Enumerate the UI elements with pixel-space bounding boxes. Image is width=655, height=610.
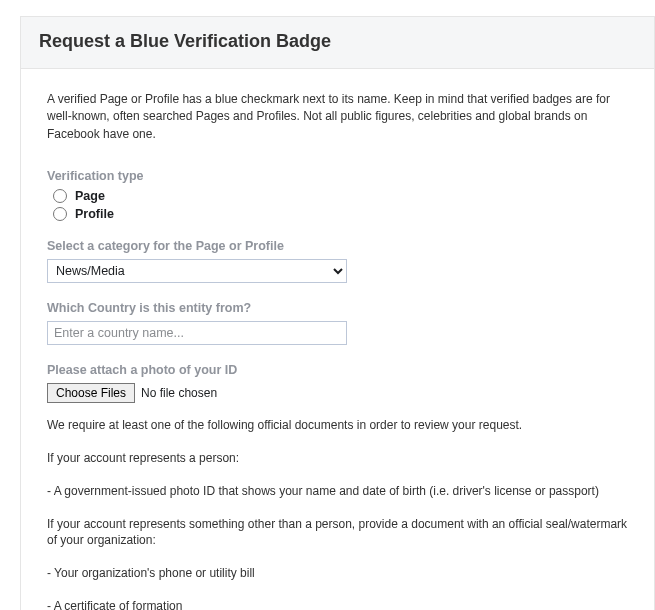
intro-text: A verified Page or Profile has a blue ch… <box>47 91 628 143</box>
country-group: Which Country is this entity from? <box>47 301 628 345</box>
docs-intro: We require at least one of the following… <box>47 417 628 434</box>
docs-org-heading: If your account represents something oth… <box>47 516 628 550</box>
country-label: Which Country is this entity from? <box>47 301 628 315</box>
id-upload-group: Please attach a photo of your ID Choose … <box>47 363 628 403</box>
verification-type-page-label[interactable]: Page <box>75 189 105 203</box>
docs-person-heading: If your account represents a person: <box>47 450 628 467</box>
verification-type-page-radio[interactable] <box>53 189 67 203</box>
file-status-text: No file chosen <box>141 386 217 400</box>
choose-files-button[interactable]: Choose Files <box>47 383 135 403</box>
category-group: Select a category for the Page or Profil… <box>47 239 628 283</box>
verification-type-label: Verification type <box>47 169 628 183</box>
id-upload-label: Please attach a photo of your ID <box>47 363 628 377</box>
docs-org-item-2: - A certificate of formation <box>47 598 628 610</box>
category-select[interactable]: News/Media <box>47 259 347 283</box>
docs-org-item-1: - Your organization's phone or utility b… <box>47 565 628 582</box>
docs-person-item: - A government-issued photo ID that show… <box>47 483 628 500</box>
card-header: Request a Blue Verification Badge <box>21 17 654 69</box>
country-input[interactable] <box>47 321 347 345</box>
verification-type-profile-label[interactable]: Profile <box>75 207 114 221</box>
verification-type-group: Verification type Page Profile <box>47 169 628 221</box>
verification-type-profile-row[interactable]: Profile <box>47 207 628 221</box>
verification-type-page-row[interactable]: Page <box>47 189 628 203</box>
verification-request-card: Request a Blue Verification Badge A veri… <box>20 16 655 610</box>
page-title: Request a Blue Verification Badge <box>39 31 636 52</box>
category-label: Select a category for the Page or Profil… <box>47 239 628 253</box>
card-body: A verified Page or Profile has a blue ch… <box>21 69 654 610</box>
verification-type-profile-radio[interactable] <box>53 207 67 221</box>
